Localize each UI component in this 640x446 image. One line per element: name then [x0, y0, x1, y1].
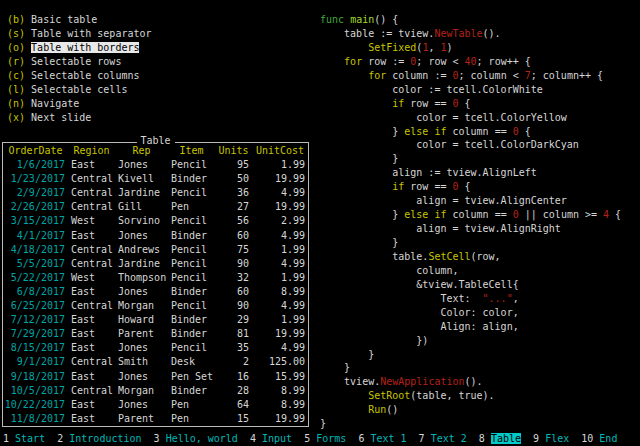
menu-item-label: Basic table [31, 14, 97, 25]
code-token: } [320, 237, 398, 248]
code-token [320, 98, 392, 109]
table-cell: 2 [215, 355, 252, 369]
table-cell: 1.99 [252, 243, 308, 257]
table-cell: 15.99 [252, 370, 308, 384]
code-token: , [513, 293, 519, 304]
code-token: , [428, 42, 440, 53]
table-cell: East [68, 370, 115, 384]
code-token: { [609, 209, 621, 220]
table-cell: Parent [115, 412, 168, 426]
table-cell: Binder [168, 285, 215, 299]
code-token: || column >= [519, 209, 603, 220]
table-cell: Jones [115, 158, 168, 172]
table-cell: Andrews [115, 243, 168, 257]
table-row: 10/5/2017CentralMorganBinder288.99 [3, 384, 308, 398]
table-cell: Pencil [168, 299, 215, 313]
table-row: 2/26/2017CentralGillPen2719.99 [3, 200, 308, 214]
code-token: NewApplication [380, 376, 464, 387]
table-cell: Parent [115, 327, 168, 341]
table-cell: Jones [115, 341, 168, 355]
slide-menu: (b) Basic table(s) Table with separator(… [7, 13, 152, 125]
menu-item[interactable]: (b) Basic table [7, 13, 152, 27]
table-row: 5/22/2017WestThompsonPencil321.99 [3, 271, 308, 285]
statusbar-slide-item[interactable]: 6 Text 1 [358, 433, 406, 444]
code-token: } [320, 418, 326, 429]
statusbar-slide-number: 1 [3, 433, 9, 444]
menu-item[interactable]: (o) Table with borders [7, 41, 152, 55]
statusbar-slide-item[interactable]: 4 Input [250, 433, 292, 444]
table-cell: Central [68, 355, 115, 369]
statusbar-slide-item[interactable]: 8 Table [479, 433, 521, 444]
menu-item[interactable]: (s) Table with separator [7, 27, 152, 41]
table-cell: East [68, 285, 115, 299]
table-cell: Central [68, 243, 115, 257]
statusbar-slide-item[interactable]: 1 Start [3, 433, 45, 444]
code-token: column == [446, 209, 512, 220]
table-cell: 11/8/2017 [3, 412, 68, 426]
menu-item-label: Table with separator [31, 28, 151, 39]
table-column-header: OrderDate [3, 144, 68, 158]
table-cell: Pencil [168, 243, 215, 257]
table-cell: West [68, 271, 115, 285]
table-cell: Central [68, 299, 115, 313]
table-row: 2/9/2017CentralJardinePencil364.99 [3, 186, 308, 200]
code-token: align = tview.AlignRight [320, 223, 561, 234]
statusbar-slide-number: 2 [57, 433, 63, 444]
code-token: } [320, 362, 350, 373]
table-cell: Central [68, 384, 115, 398]
table-cell: Desk [168, 355, 215, 369]
table-row: 9/1/2017CentralSmithDesk2125.00 [3, 355, 308, 369]
code-token: func [320, 14, 344, 25]
menu-item[interactable]: (l) Selectable cells [7, 83, 152, 97]
menu-item-label: Table with borders [31, 42, 139, 53]
table-cell: 10/5/2017 [3, 384, 68, 398]
menu-item[interactable]: (r) Selectable rows [7, 55, 152, 69]
menu-item[interactable]: (c) Selectable columns [7, 69, 152, 83]
table-cell: West [68, 214, 115, 228]
table-cell: 95 [215, 158, 252, 172]
table-column-header: Rep [115, 144, 168, 158]
statusbar-slide-item[interactable]: 5 Forms [304, 433, 346, 444]
statusbar-slide-label: Flex [545, 433, 569, 444]
code-token: (table, true). [410, 390, 494, 401]
table-row: 4/18/2017CentralAndrewsPencil751.99 [3, 243, 308, 257]
table-row: 9/18/2017EastJonesPen Set1615.99 [3, 370, 308, 384]
table-panel: Table OrderDateRegionRepItemUnitsUnitCos… [2, 142, 309, 427]
menu-item[interactable]: (n) Navigate [7, 97, 152, 111]
statusbar-slide-item[interactable]: 2 Introduction [57, 433, 141, 444]
statusbar-slide-item[interactable]: 3 Hello, world [154, 433, 238, 444]
statusbar-slide-label: Introduction [69, 433, 141, 444]
table-cell: Thompson [115, 271, 168, 285]
code-token: SetRoot [368, 390, 410, 401]
code-token: ; row < [416, 56, 464, 67]
table-cell: East [68, 313, 115, 327]
table-cell: Morgan [115, 299, 168, 313]
statusbar-slide-item[interactable]: 9 Flex [533, 433, 569, 444]
code-token: Text: [320, 293, 483, 304]
statusbar-slide-item[interactable]: 10 End [581, 433, 617, 444]
menu-item[interactable]: (x) Next slide [7, 111, 152, 125]
code-token: Run [368, 404, 386, 415]
code-token: "..." [483, 293, 513, 304]
code-token: align = tview.AlignCenter [320, 195, 567, 206]
table-cell: 9/1/2017 [3, 355, 68, 369]
table-cell: Pen [168, 200, 215, 214]
code-token: row == [404, 181, 452, 192]
table-cell: Pencil [168, 214, 215, 228]
table-column-header: Region [68, 144, 115, 158]
table-cell: 16 [215, 370, 252, 384]
statusbar-slide-item[interactable]: 7 Text 2 [419, 433, 467, 444]
table-cell: 75 [215, 243, 252, 257]
table-cell: 7/29/2017 [3, 327, 68, 341]
table-cell: Central [68, 172, 115, 186]
table-cell: 5/22/2017 [3, 271, 68, 285]
code-token: if [392, 98, 404, 109]
menu-item-key: (l) [7, 84, 25, 95]
menu-item-key: (c) [7, 70, 25, 81]
table-cell: 8.99 [252, 285, 308, 299]
code-token [320, 56, 344, 67]
table-cell: East [68, 398, 115, 412]
menu-item-label: Navigate [31, 98, 79, 109]
statusbar-slide-label: Start [15, 433, 45, 444]
code-token: color := tcell.ColorWhite [320, 84, 543, 95]
